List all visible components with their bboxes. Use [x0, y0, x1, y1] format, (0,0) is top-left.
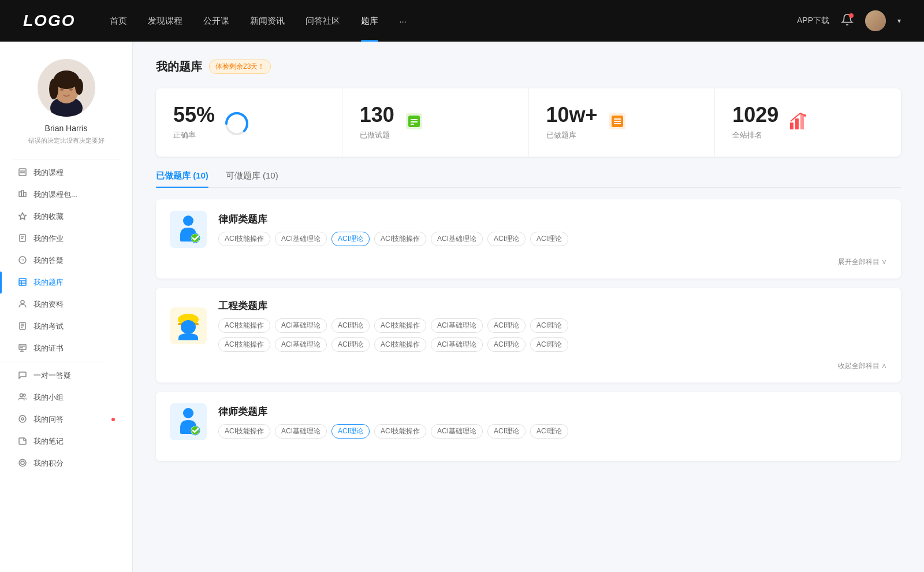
tag-engineer1-r1-1[interactable]: ACI基础理论	[275, 318, 327, 333]
ranking-label: 全站排名	[732, 130, 778, 140]
tag-engineer1-r2-1[interactable]: ACI基础理论	[275, 337, 327, 352]
sidebar-item-homework[interactable]: 我的作业	[0, 228, 132, 250]
groups-icon	[17, 393, 28, 403]
sidebar-item-profile[interactable]: 我的资料	[0, 294, 132, 315]
tag-lawyer1-3[interactable]: ACI技能操作	[374, 232, 426, 246]
done-banks-value: 10w+	[546, 105, 598, 125]
tag-lawyer2-0[interactable]: ACI技能操作	[218, 424, 270, 439]
nav-public-course[interactable]: 公开课	[203, 16, 229, 27]
tab-available[interactable]: 可做题库 (10)	[226, 170, 278, 187]
tag-engineer1-r2-5[interactable]: ACI理论	[487, 337, 526, 352]
app-download-button[interactable]: APP下载	[797, 16, 829, 26]
tag-lawyer2-4[interactable]: ACI基础理论	[431, 424, 483, 439]
sidebar-item-questions[interactable]: ? 我的答疑	[0, 250, 132, 272]
tag-lawyer1-1[interactable]: ACI基础理论	[275, 232, 327, 246]
qbank-card-lawyer2: 律师类题库 ACI技能操作 ACI基础理论 ACI理论 ACI技能操作 ACI基…	[156, 392, 901, 461]
sidebar-item-notes[interactable]: 我的笔记	[0, 430, 132, 452]
lawyer-icon	[176, 215, 201, 244]
user-avatar[interactable]	[865, 10, 886, 31]
tag-engineer1-r1-3[interactable]: ACI技能操作	[374, 318, 426, 333]
tag-engineer1-r2-0[interactable]: ACI技能操作	[218, 337, 270, 352]
svg-rect-53	[790, 122, 793, 129]
sidebar-item-groups[interactable]: 我的小组	[0, 387, 132, 408]
svg-point-5	[49, 79, 58, 99]
qbank-title-engineer1: 工程类题库	[218, 299, 887, 313]
sidebar-avatar-wrap	[38, 59, 95, 117]
done-questions-value: 130	[360, 105, 394, 125]
nav-qbank[interactable]: 题库	[361, 16, 378, 27]
nav-qa[interactable]: 问答社区	[305, 16, 340, 27]
my-qa-notification-dot	[111, 418, 115, 421]
main-layout: Brian Harris 错误的决定比没有决定要好 我的课程 我的课程包...	[0, 42, 924, 572]
tag-lawyer1-4[interactable]: ACI基础理论	[431, 232, 483, 246]
tag-lawyer2-5[interactable]: ACI理论	[487, 424, 526, 439]
ranking-value: 1029	[732, 105, 778, 125]
nav-more[interactable]: ···	[399, 16, 407, 26]
tag-engineer1-r1-0[interactable]: ACI技能操作	[218, 318, 270, 333]
expand-button-lawyer1[interactable]: 展开全部科目 ∨	[838, 257, 887, 267]
tag-engineer1-r1-6[interactable]: ACI理论	[530, 318, 568, 333]
tag-lawyer2-1[interactable]: ACI基础理论	[275, 424, 327, 439]
accuracy-value: 55%	[173, 105, 215, 125]
sidebar-label-course-packages: 我的课程包...	[33, 190, 77, 200]
done-questions-info: 130 已做试题	[360, 105, 394, 140]
tag-engineer1-r1-2[interactable]: ACI理论	[331, 318, 370, 333]
collapse-button-engineer1[interactable]: 收起全部科目 ∧	[838, 361, 887, 371]
tag-lawyer1-6[interactable]: ACI理论	[530, 232, 568, 246]
tag-lawyer2-6[interactable]: ACI理论	[530, 424, 568, 439]
qbank-footer-lawyer1: 展开全部科目 ∨	[170, 257, 887, 267]
svg-point-25	[21, 300, 24, 304]
stat-done-questions: 130 已做试题	[342, 88, 529, 157]
sidebar-item-certificates[interactable]: 我的证书	[0, 337, 132, 359]
points-icon	[17, 459, 28, 469]
bell-button[interactable]	[841, 13, 854, 29]
sidebar-item-my-qa[interactable]: 我的问答	[0, 408, 132, 430]
tag-engineer1-r2-6[interactable]: ACI理论	[530, 337, 568, 352]
tag-lawyer2-2[interactable]: ACI理论	[331, 424, 370, 439]
tag-engineer1-r2-2[interactable]: ACI理论	[331, 337, 370, 352]
qbank-icon-wrap-lawyer1	[170, 211, 207, 248]
qbank-header-lawyer1: 律师类题库 ACI技能操作 ACI基础理论 ACI理论 ACI技能操作 ACI基…	[170, 211, 887, 248]
main-content: 我的题库 体验剩余23天！ 55% 正确率	[133, 42, 924, 572]
sidebar-label-notes: 我的笔记	[33, 436, 64, 447]
nav-news[interactable]: 新闻资讯	[250, 16, 285, 27]
tutoring-icon	[17, 371, 28, 381]
tag-engineer1-r1-4[interactable]: ACI基础理论	[431, 318, 483, 333]
stat-done-banks: 10w+ 已做题库	[529, 88, 716, 157]
svg-rect-16	[20, 235, 25, 242]
svg-point-63	[181, 320, 196, 334]
tag-lawyer1-0[interactable]: ACI技能操作	[218, 232, 270, 246]
tab-done[interactable]: 已做题库 (10)	[156, 170, 208, 187]
nav-discover[interactable]: 发现课程	[148, 16, 182, 27]
nav-home[interactable]: 首页	[110, 16, 127, 27]
sidebar-item-favorites[interactable]: 我的收藏	[0, 206, 132, 228]
qbank-tags-lawyer1: ACI技能操作 ACI基础理论 ACI理论 ACI技能操作 ACI基础理论 AC…	[218, 232, 568, 246]
tag-engineer1-r2-4[interactable]: ACI基础理论	[431, 337, 483, 352]
qbank-card-lawyer1: 律师类题库 ACI技能操作 ACI基础理论 ACI理论 ACI技能操作 ACI基…	[156, 199, 901, 278]
tag-engineer1-r1-5[interactable]: ACI理论	[487, 318, 526, 333]
user-dropdown-arrow[interactable]: ▾	[897, 17, 901, 25]
profile-icon	[17, 300, 28, 310]
tag-lawyer2-3[interactable]: ACI技能操作	[374, 424, 426, 439]
done-banks-icon	[607, 111, 628, 134]
tag-engineer1-r2-3[interactable]: ACI技能操作	[374, 337, 426, 352]
svg-point-64	[183, 408, 193, 418]
done-questions-icon	[404, 111, 424, 134]
done-banks-info: 10w+ 已做题库	[546, 105, 598, 140]
svg-point-39	[19, 459, 26, 466]
sidebar-item-points[interactable]: 我的积分	[0, 452, 132, 474]
sidebar: Brian Harris 错误的决定比没有决定要好 我的课程 我的课程包...	[0, 42, 133, 572]
svg-rect-9	[19, 169, 26, 176]
tag-lawyer1-2[interactable]: ACI理论	[331, 232, 370, 246]
sidebar-item-course-packages[interactable]: 我的课程包...	[0, 184, 132, 206]
stats-row: 55% 正确率 130 已做试题	[156, 88, 901, 157]
sidebar-motto: 错误的决定比没有决定要好	[28, 136, 105, 145]
sidebar-item-my-courses[interactable]: 我的课程	[0, 162, 132, 184]
sidebar-item-qbank[interactable]: 我的题库	[0, 272, 132, 294]
svg-text:?: ?	[21, 258, 24, 263]
sidebar-item-tutoring[interactable]: 一对一答疑	[0, 365, 132, 387]
svg-point-8	[69, 88, 73, 91]
sidebar-item-exams[interactable]: 我的考试	[0, 315, 132, 337]
tag-lawyer1-5[interactable]: ACI理论	[487, 232, 526, 246]
svg-point-36	[23, 394, 25, 396]
